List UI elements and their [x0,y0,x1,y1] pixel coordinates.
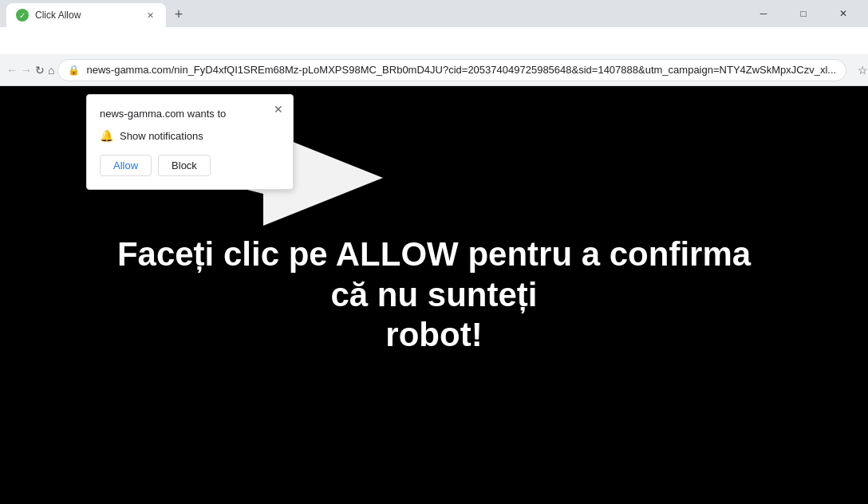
forward-icon: → [21,64,32,77]
page-text-line2: robot! [385,316,482,353]
tab-close-button[interactable]: ✕ [144,9,156,22]
bookmark-button[interactable]: ☆ [850,57,868,83]
popup-close-button[interactable]: ✕ [270,101,286,117]
window-controls: ─ □ ✕ [745,0,862,27]
page-content: Faceți clic pe ALLOW pentru a confirma c… [0,86,868,504]
tab-bar: ✓ Click Allow ✕ + ─ □ ✕ [0,0,868,27]
lock-icon: 🔒 [68,65,80,76]
address-bar[interactable]: 🔒 news-gamma.com/nin_FyD4xfQI1SREm68Mz-p… [57,59,846,81]
tab-favicon: ✓ [16,9,29,22]
forward-button[interactable]: → [21,57,32,83]
tab-title: Click Allow [35,10,137,21]
home-button[interactable]: ⌂ [48,57,54,83]
popup-buttons: Allow Block [100,155,280,176]
browser-tab[interactable]: ✓ Click Allow ✕ [6,3,166,27]
maximize-button[interactable]: □ [785,0,822,27]
page-text-line1: Faceți clic pe ALLOW pentru a confirma c… [117,235,751,313]
popup-title: news-gamma.com wants to [100,108,280,120]
allow-button[interactable]: Allow [100,155,152,176]
address-text: news-gamma.com/nin_FyD4xfQI1SREm68Mz-pLo… [86,64,836,76]
back-icon: ← [6,64,18,77]
nav-right-icons: ☆ 🎧 🧩 👤 ⋮ [850,57,868,83]
navigation-bar: ← → ↻ ⌂ 🔒 news-gamma.com/nin_FyD4xfQI1SR… [0,54,868,86]
title-bar: ✓ Click Allow ✕ + ─ □ ✕ [0,0,868,27]
refresh-button[interactable]: ↻ [35,57,45,83]
minimize-button[interactable]: ─ [745,0,782,27]
popup-notification-row: 🔔 Show notifications [100,129,280,142]
popup-notification-label: Show notifications [120,130,203,142]
star-icon: ☆ [858,64,868,77]
page-main-text: Faceți clic pe ALLOW pentru a confirma c… [115,234,753,355]
browser-frame: ✓ Click Allow ✕ + ─ □ ✕ ← → ↻ ⌂ 🔒 [0,0,868,504]
close-window-button[interactable]: ✕ [825,0,862,27]
block-button[interactable]: Block [158,155,211,176]
back-button[interactable]: ← [6,57,18,83]
notification-popup: ✕ news-gamma.com wants to 🔔 Show notific… [86,94,294,190]
new-tab-button[interactable]: + [168,3,190,26]
refresh-icon: ↻ [35,64,45,77]
bell-icon: 🔔 [100,129,113,142]
home-icon: ⌂ [48,64,54,77]
